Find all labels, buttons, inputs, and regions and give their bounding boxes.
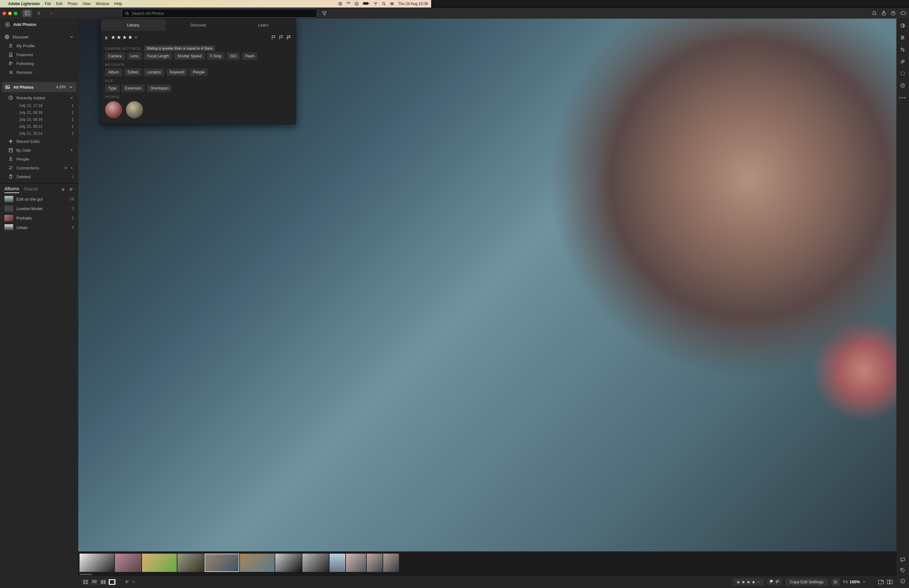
menu-help[interactable]: Help	[114, 2, 122, 6]
recent-entry[interactable]: July 22, 06:311	[0, 123, 78, 130]
battery-icon[interactable]	[363, 2, 370, 6]
sidebar-item-featured[interactable]: Featured	[0, 50, 78, 59]
menu-window[interactable]: Window	[95, 2, 109, 6]
remix-icon	[8, 70, 13, 75]
recent-entry[interactable]: July 22, 06:351	[0, 109, 78, 116]
album-count: 19	[70, 197, 74, 201]
recent-entry[interactable]: July 22, 06:341	[0, 116, 78, 123]
minimize-window-button[interactable]	[8, 12, 12, 15]
cc-icon[interactable]	[338, 2, 343, 6]
album-thumb	[5, 224, 13, 231]
search-tab-library[interactable]: Library	[101, 19, 166, 31]
badge-icon	[8, 52, 13, 57]
wifi-icon[interactable]	[374, 2, 378, 6]
sort-albums-icon[interactable]	[69, 187, 74, 192]
album-thumb	[5, 196, 13, 202]
album-row[interactable]: London Model0	[0, 204, 78, 213]
chevron-left-icon[interactable]	[70, 166, 74, 170]
rating-tooltip: Rating is greater than or equal to 4 Sta…	[144, 45, 215, 51]
chip-extension[interactable]: Extension	[122, 84, 145, 92]
star-icon[interactable]: ★	[111, 34, 115, 41]
recent-entry[interactable]: July 21, 20:141	[0, 130, 78, 137]
menu-photo[interactable]: Photo	[68, 2, 77, 6]
chip-lens[interactable]: Lens	[127, 52, 142, 60]
filter-button[interactable]	[320, 10, 329, 17]
menubar-clock[interactable]: Thu 24 Aug 10:36	[398, 2, 428, 6]
traffic-lights[interactable]	[3, 12, 17, 15]
album-row[interactable]: Urban4	[0, 223, 78, 232]
chip-fstop[interactable]: F-Stop	[207, 52, 225, 60]
toggle-sidebar-button[interactable]	[23, 10, 32, 17]
albums-tab[interactable]: Albums	[5, 186, 19, 193]
recent-entry[interactable]: July 23, 17:181	[0, 102, 78, 109]
albums-header: Albums Shared	[0, 184, 78, 194]
plus-icon[interactable]	[64, 166, 68, 170]
chip-iso[interactable]: ISO	[227, 52, 240, 60]
flag-unflag-icon[interactable]	[279, 35, 284, 40]
gte-symbol[interactable]: ≥	[105, 35, 108, 40]
spotlight-icon[interactable]	[382, 2, 386, 6]
chip-camera[interactable]: Camera	[105, 52, 125, 60]
menu-view[interactable]: View	[82, 2, 91, 6]
add-album-icon[interactable]	[61, 187, 66, 192]
sidebar-by-date[interactable]: By Date	[0, 146, 78, 155]
search-tabs: Library Discover Learn	[101, 19, 296, 31]
recent-label: July 22, 06:31	[19, 124, 43, 129]
sidebar-item-label: Featured	[16, 52, 33, 57]
person-avatar[interactable]	[126, 101, 143, 118]
chip-edited[interactable]: Edited	[125, 68, 141, 76]
sidebar-discover-header[interactable]: Discover	[0, 32, 78, 41]
star-icon[interactable]: ★	[122, 34, 127, 41]
chip-shutter[interactable]: Shutter Speed	[174, 52, 205, 60]
add-photos-button[interactable]: Add Photos	[0, 19, 78, 31]
sidebar-all-photos[interactable]: All Photos 4,699	[2, 82, 76, 92]
menu-file[interactable]: File	[45, 2, 51, 6]
flag-reject-icon[interactable]	[286, 35, 291, 40]
sidebar-item-my-profile[interactable]: My Profile	[0, 41, 78, 50]
album-label: London Model	[16, 206, 42, 211]
rating-stars[interactable]: ★★★★★	[111, 34, 138, 41]
svg-rect-5	[363, 2, 368, 5]
search-input[interactable]	[132, 11, 314, 16]
person-avatar[interactable]	[105, 101, 122, 118]
album-row[interactable]: Portraits2	[0, 213, 78, 223]
chip-type[interactable]: Type	[105, 84, 120, 92]
sidebar-recently-added[interactable]: Recently Added	[0, 94, 78, 102]
search-tab-discover[interactable]: Discover	[166, 19, 231, 31]
sidebar-recent-edits[interactable]: Recent Edits	[0, 137, 78, 146]
zoom-window-button[interactable]	[14, 12, 17, 15]
control-center-icon[interactable]	[390, 2, 394, 6]
chip-album[interactable]: Album	[105, 68, 122, 76]
album-count: 0	[72, 206, 74, 211]
sidebar-deleted[interactable]: Deleted 2	[0, 172, 78, 181]
flag-pick-icon[interactable]	[271, 35, 276, 40]
search-field[interactable]	[121, 9, 317, 18]
menu-edit[interactable]: Edit	[56, 2, 63, 6]
app-name[interactable]: Adobe Lightroom	[8, 2, 40, 6]
sidebar-item-following[interactable]: Following	[0, 59, 78, 68]
sidebar-people[interactable]: People	[0, 155, 78, 163]
album-row[interactable]: Edit on the go!19	[0, 194, 78, 204]
chip-focal-length[interactable]: Focal Length	[144, 52, 172, 60]
search-icon	[125, 11, 129, 15]
star-icon[interactable]: ★	[116, 34, 121, 41]
svg-rect-3	[347, 3, 350, 5]
search-tab-learn[interactable]: Learn	[231, 19, 296, 31]
chip-people[interactable]: People	[190, 68, 208, 76]
nav-forward-button[interactable]	[46, 10, 56, 17]
nav-back-button[interactable]	[34, 10, 44, 17]
flag-status-icon[interactable]	[346, 2, 351, 6]
chip-orientation[interactable]: Orientation	[147, 84, 172, 92]
chevron-down-icon	[69, 85, 73, 89]
chip-keyword[interactable]: Keyword	[167, 68, 188, 76]
chip-location[interactable]: Location	[144, 68, 164, 76]
aperture-icon[interactable]	[354, 2, 359, 6]
sidebar-connections[interactable]: Connections	[0, 163, 78, 172]
svg-rect-10	[390, 3, 394, 4]
close-window-button[interactable]	[3, 12, 6, 15]
star-icon[interactable]: ★	[134, 34, 138, 41]
shared-tab[interactable]: Shared	[24, 186, 38, 193]
sidebar-item-remixes[interactable]: Remixes	[0, 68, 78, 77]
star-icon[interactable]: ★	[128, 34, 133, 41]
chip-flash[interactable]: Flash	[242, 52, 257, 60]
